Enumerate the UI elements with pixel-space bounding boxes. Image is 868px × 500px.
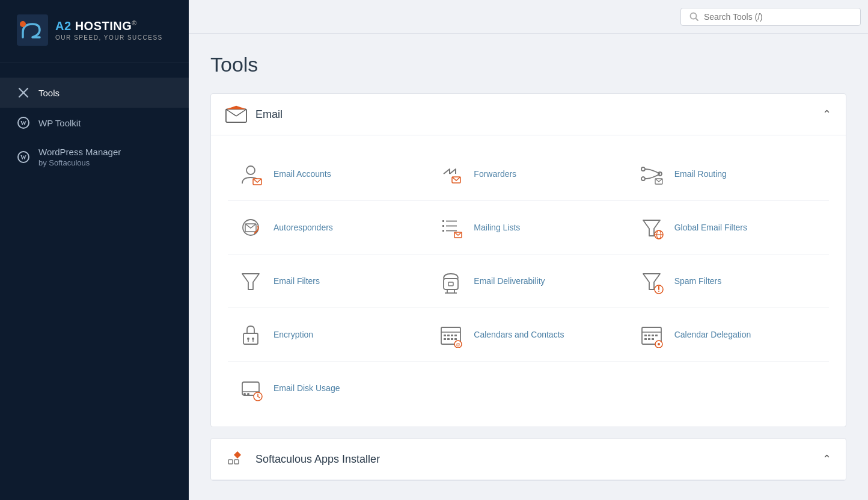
calendars-contacts-icon: @ (438, 321, 464, 348)
softaculous-section-chevron[interactable]: ⌃ (822, 452, 831, 466)
mailing-lists-label: Mailing Lists (474, 223, 520, 232)
email-accounts-label: Email Accounts (274, 169, 331, 179)
svg-text:@: @ (456, 342, 460, 347)
wp-icon2: W (17, 150, 30, 164)
email-routing-icon (638, 161, 665, 187)
svg-rect-44 (243, 333, 258, 344)
page-title: Tools (210, 53, 846, 76)
wptoolkit-label: WP Toolkit (38, 118, 81, 128)
email-section-icon (225, 103, 247, 125)
sidebar-item-wpmanager[interactable]: W WordPress Manager by Softaculous (0, 138, 189, 176)
tools-icon (17, 86, 30, 99)
svg-rect-58 (454, 338, 457, 340)
svg-point-43 (658, 291, 659, 292)
svg-marker-81 (234, 451, 241, 458)
email-filters-label: Email Filters (274, 276, 320, 286)
softaculous-section-header-left: Softaculous Apps Installer (225, 448, 380, 470)
softaculous-section-header[interactable]: Softaculous Apps Installer ⌃ (211, 439, 846, 480)
encryption-icon (237, 321, 264, 348)
svg-rect-54 (454, 335, 457, 336)
autoresponders-icon (237, 214, 264, 241)
email-deliverability-icon (438, 268, 464, 294)
svg-rect-56 (447, 338, 450, 340)
spam-filters-label: Spam Filters (674, 276, 722, 286)
sidebar-item-tools[interactable]: Tools (0, 78, 189, 108)
svg-point-46 (252, 338, 254, 340)
sidebar: A2 HOSTING® OUR SPEED, YOUR SUCCESS Tool… (0, 0, 189, 500)
email-section-header[interactable]: Email ⌃ (211, 94, 846, 135)
svg-rect-23 (442, 220, 444, 222)
tool-email-accounts[interactable]: Email Accounts (228, 147, 428, 201)
softaculous-section-label: Softaculous Apps Installer (255, 453, 380, 466)
svg-point-14 (246, 166, 255, 174)
svg-point-74 (243, 393, 246, 395)
search-input[interactable] (704, 12, 852, 22)
logo-area: A2 HOSTING® OUR SPEED, YOUR SUCCESS (0, 0, 189, 63)
svg-rect-27 (442, 230, 444, 232)
wpmanager-label-group: WordPress Manager by Softaculous (38, 146, 121, 168)
tool-email-routing[interactable]: Email Routing (629, 147, 829, 201)
svg-point-75 (247, 393, 249, 395)
tool-spam-filters[interactable]: Spam Filters (629, 255, 829, 308)
svg-rect-0 (17, 14, 48, 46)
email-accounts-icon (237, 161, 264, 187)
svg-rect-55 (444, 338, 446, 340)
tool-forwarders[interactable]: Forwarders (428, 147, 628, 201)
svg-text:W: W (20, 120, 26, 126)
forwarders-icon (438, 161, 464, 187)
tool-global-email-filters[interactable]: Global Email Filters (629, 201, 829, 255)
svg-rect-57 (451, 338, 453, 340)
svg-rect-53 (451, 335, 453, 336)
email-section-label: Email (255, 108, 283, 121)
email-deliverability-label: Email Deliverability (474, 276, 545, 286)
tool-mailing-lists[interactable]: Mailing Lists (428, 201, 628, 255)
tool-autoresponders[interactable]: Autoresponders (228, 201, 428, 255)
svg-rect-68 (648, 338, 650, 340)
svg-rect-52 (447, 335, 450, 336)
svg-text:W: W (20, 154, 26, 161)
tool-email-filters[interactable]: Email Filters (228, 255, 428, 308)
email-routing-label: Email Routing (674, 169, 727, 179)
email-section-chevron[interactable]: ⌃ (822, 108, 831, 121)
logo-text: A2 HOSTING® OUR SPEED, YOUR SUCCESS (55, 19, 163, 41)
softaculous-section-icon (225, 448, 247, 470)
svg-rect-66 (655, 335, 658, 336)
svg-rect-67 (644, 338, 647, 340)
main-content: Tools Email (189, 0, 868, 500)
wpmanager-line2: by Softaculous (38, 158, 121, 168)
tool-calendar-delegation[interactable]: Calendar Delegation (629, 308, 829, 362)
sidebar-item-wptoolkit[interactable]: W WP Toolkit (0, 108, 189, 138)
email-tools-grid: Email Accounts Forwarder (211, 135, 846, 427)
topbar (189, 0, 868, 34)
tool-encryption[interactable]: Encryption (228, 308, 428, 362)
svg-point-17 (641, 167, 645, 171)
logo-title: A2 HOSTING® (55, 19, 163, 33)
email-disk-usage-icon (237, 375, 264, 401)
email-section-header-left: Email (225, 103, 283, 125)
mailing-lists-icon (438, 214, 464, 241)
svg-line-9 (696, 18, 698, 20)
email-section: Email ⌃ E (210, 93, 846, 427)
svg-rect-63 (644, 335, 647, 336)
svg-marker-34 (242, 274, 259, 289)
content-area: Tools Email (189, 34, 868, 500)
autoresponders-label: Autoresponders (274, 223, 333, 232)
svg-rect-79 (228, 460, 233, 464)
search-box[interactable] (680, 8, 861, 26)
encryption-label: Encryption (274, 330, 313, 339)
svg-rect-69 (652, 338, 654, 340)
email-disk-usage-label: Email Disk Usage (274, 383, 340, 393)
tool-email-disk-usage[interactable]: Email Disk Usage (228, 362, 428, 415)
search-icon (689, 12, 699, 22)
svg-point-71 (658, 343, 660, 345)
tool-email-deliverability[interactable]: Email Deliverability (428, 255, 628, 308)
global-email-filters-label: Global Email Filters (674, 223, 747, 232)
a2hosting-logo (17, 14, 48, 46)
tool-calendars-contacts[interactable]: @ Calendars and Contacts (428, 308, 628, 362)
svg-rect-51 (444, 335, 446, 336)
calendar-delegation-icon (638, 321, 665, 348)
svg-rect-80 (234, 460, 239, 464)
tools-label: Tools (38, 88, 60, 98)
svg-marker-11 (226, 106, 246, 110)
calendars-contacts-label: Calendars and Contacts (474, 330, 564, 339)
